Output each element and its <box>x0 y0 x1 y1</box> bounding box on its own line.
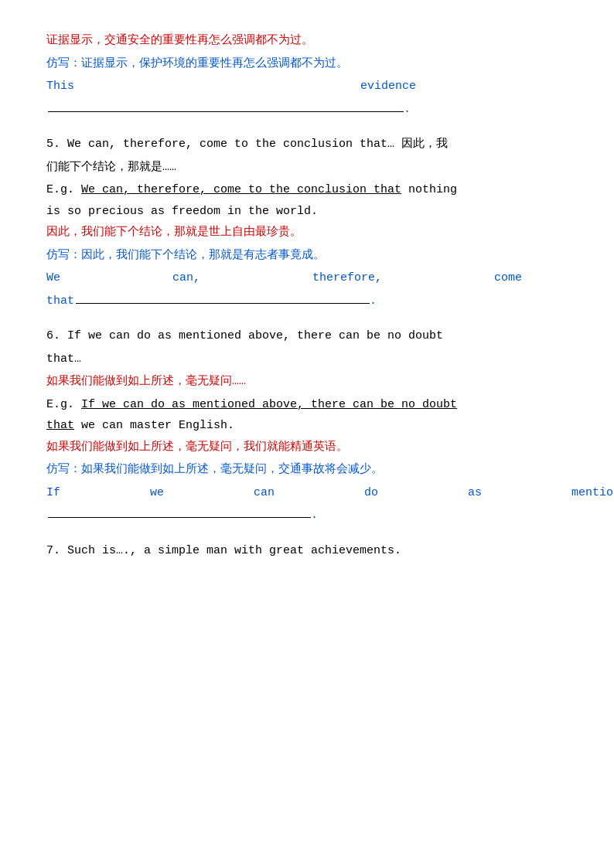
item-6-chinese-1: 如果我们能做到如上所述，毫无疑问，我们就能精通英语。 <box>46 437 568 458</box>
item-5-chinese-1: 因此，我们能下个结论，那就是世上自由最珍贵。 <box>46 223 568 243</box>
item-6-fill-line2: . <box>46 505 568 526</box>
english-spaced-line: This evidence shows that <box>46 77 568 97</box>
item-6-eg-line2: that we can master English. <box>46 416 568 436</box>
blank-6 <box>48 517 311 518</box>
item-7-text: 7. Such is…., a simple man with great ac… <box>46 541 568 561</box>
block-1: 证据显示，交通安全的重要性再怎么强调都不为过。 仿写：证据显示，保护环境的重要性… <box>46 31 568 119</box>
item-5-fill-line2: that. <box>46 291 568 311</box>
blank-1 <box>48 111 404 112</box>
item-5-eg-line2: is so precious as freedom in the world. <box>46 202 568 222</box>
item-5-header: 5. We can, therefore, come to the conclu… <box>46 134 568 155</box>
block-6: 6. If we can do as mentioned above, ther… <box>46 326 568 526</box>
item-6-header-2: that… <box>46 349 568 369</box>
fill-line-1: . <box>46 100 568 120</box>
block-7: 7. Such is…., a simple man with great ac… <box>46 541 568 561</box>
blank-5 <box>76 303 370 304</box>
item-6-chinese-2: 仿写：如果我们能做到如上所述，毫无疑问，交通事故将会减少。 <box>46 460 568 480</box>
chinese-line-1: 证据显示，交通安全的重要性再怎么强调都不为过。 <box>46 31 568 51</box>
item-6-eg-line1: E.g. If we can do as mentioned above, th… <box>46 395 568 415</box>
item-5-fill-line1: We can, therefore, come to the conclusio… <box>46 268 568 288</box>
item-6-fill-line1: If we can do as mentioned above, <box>46 483 568 503</box>
item-6-chinese-desc: 如果我们能做到如上所述，毫无疑问…… <box>46 372 568 392</box>
item-6-header-1: 6. If we can do as mentioned above, ther… <box>46 326 568 346</box>
chinese-line-2: 仿写：证据显示，保护环境的重要性再怎么强调都不为过。 <box>46 54 568 74</box>
item-5-chinese-2: 仿写：因此，我们能下个结论，那就是有志者事竟成。 <box>46 246 568 266</box>
page-content: 证据显示，交通安全的重要性再怎么强调都不为过。 仿写：证据显示，保护环境的重要性… <box>46 31 568 560</box>
item-5-eg-line1: E.g. We can, therefore, come to the conc… <box>46 180 568 200</box>
item-5-header-2: 们能下个结论，那就是…… <box>46 158 568 178</box>
block-5: 5. We can, therefore, come to the conclu… <box>46 134 568 311</box>
